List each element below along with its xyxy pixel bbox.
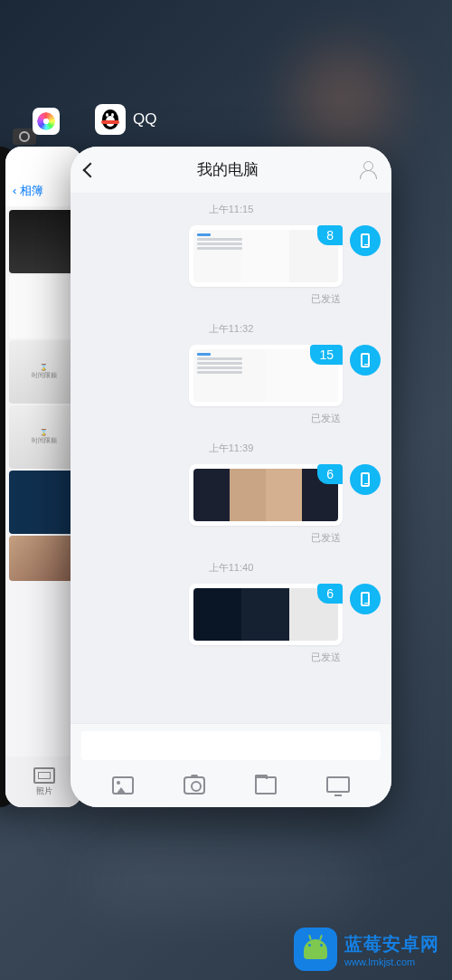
photo-thumb[interactable] (9, 210, 79, 273)
photo-thumb[interactable] (9, 536, 79, 581)
back-button[interactable] (83, 162, 99, 177)
device-icon (361, 353, 370, 367)
attachment-preview (193, 588, 338, 641)
delivery-status: 已发送 (81, 531, 341, 545)
chat-input-bar (71, 723, 391, 767)
watermark: 蓝莓安卓网 www.lmkjst.com (294, 928, 439, 971)
message-row: 8 (81, 225, 381, 287)
sender-avatar[interactable] (350, 464, 381, 495)
chat-body[interactable]: 上午11:15 8 已发送 上午11:32 (71, 194, 391, 723)
photo-thumb[interactable] (9, 471, 79, 534)
message-bubble[interactable]: 6 (189, 464, 343, 526)
camera-icon[interactable] (184, 776, 205, 794)
qq-app-label: QQ (95, 104, 156, 135)
app-switcher[interactable]: ⚡︎ ‹ 相簿 ⌛时间限额 ⌛时间限额 照片 我的电脑 上午1 (0, 0, 452, 980)
attachment-count-badge: 8 (317, 225, 343, 245)
sender-avatar[interactable] (350, 584, 381, 614)
delivery-status: 已发送 (81, 292, 341, 306)
delivery-status: 已发送 (81, 651, 341, 664)
chat-header: 我的电脑 (71, 147, 391, 194)
library-icon (33, 767, 55, 784)
attachment-preview (193, 469, 338, 521)
watermark-logo (294, 928, 337, 971)
photos-back-label: 相簿 (20, 184, 43, 197)
chat-title: 我的电脑 (197, 159, 259, 180)
photos-app-icon (33, 108, 60, 135)
device-icon (361, 592, 370, 606)
message-group: 上午11:15 8 已发送 (81, 203, 381, 306)
message-bubble[interactable]: 6 (189, 584, 343, 645)
timestamp: 上午11:39 (81, 442, 381, 455)
chat-toolbar (71, 767, 391, 807)
timestamp: 上午11:32 (81, 322, 381, 336)
timestamp: 上午11:15 (81, 203, 381, 216)
message-row: 6 (81, 464, 381, 526)
screen-share-icon[interactable] (326, 776, 350, 793)
message-bubble[interactable]: 15 (189, 345, 343, 406)
device-icon (361, 233, 370, 248)
photos-flower-icon (37, 112, 55, 130)
watermark-url: www.lmkjst.com (344, 956, 439, 967)
photo-thumb[interactable]: ⌛时间限额 (9, 340, 79, 404)
photo-thumb[interactable] (9, 275, 79, 338)
attachment-count-badge: 15 (310, 345, 343, 365)
attachment-preview (193, 230, 338, 282)
switcher-card-qq[interactable]: 我的电脑 上午11:15 8 已发送 上午11:32 (71, 147, 391, 807)
qq-app-name: QQ (133, 110, 156, 128)
device-icon (361, 472, 370, 487)
qq-app-icon (95, 104, 126, 135)
library-label: 照片 (36, 785, 52, 797)
photo-thumb[interactable]: ⌛时间限额 (9, 405, 79, 469)
message-row: 6 (81, 584, 381, 645)
delivery-status: 已发送 (81, 412, 341, 425)
timestamp: 上午11:40 (81, 561, 381, 575)
watermark-title: 蓝莓安卓网 (344, 932, 439, 956)
sender-avatar[interactable] (350, 225, 381, 256)
folder-icon[interactable] (255, 776, 277, 794)
attachment-count-badge: 6 (317, 464, 343, 484)
sender-avatar[interactable] (350, 345, 381, 376)
message-group: 上午11:32 15 已发送 (81, 322, 381, 425)
message-group: 上午11:40 6 已发送 (81, 561, 381, 664)
gallery-icon[interactable] (112, 776, 134, 794)
profile-icon[interactable] (359, 161, 377, 179)
message-row: 15 (81, 345, 381, 406)
attachment-count-badge: 6 (317, 584, 343, 604)
message-input[interactable] (81, 731, 381, 760)
message-bubble[interactable]: 8 (189, 225, 343, 287)
message-group: 上午11:39 6 已发送 (81, 442, 381, 545)
